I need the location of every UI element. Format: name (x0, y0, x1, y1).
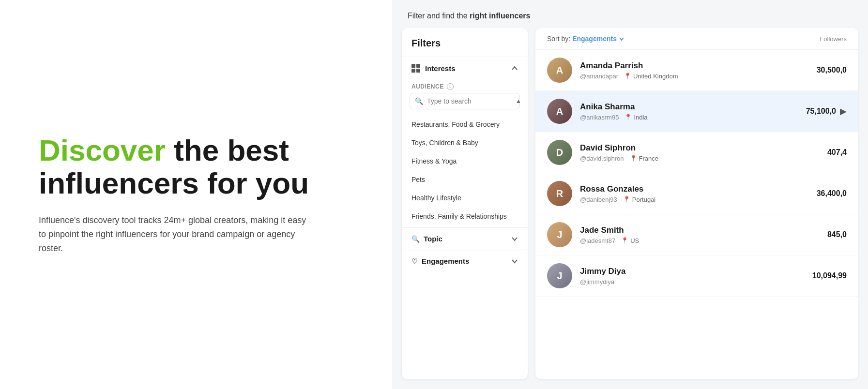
topic-left: 🔍 Topic (411, 235, 442, 243)
info-icon: i (447, 83, 454, 90)
left-panel: Discover the best influencers for you In… (0, 0, 392, 389)
topic-section[interactable]: 🔍 Topic (402, 227, 528, 250)
filters-title: Filters (402, 38, 528, 57)
interest-item[interactable]: Fitness & Yoga (402, 152, 528, 170)
chevron-down-icon (511, 236, 518, 242)
interest-item[interactable]: Healthy Lifestyle (402, 189, 528, 207)
influencer-list: Sort by: Engagements Followers AAmanda P… (535, 28, 858, 379)
influencer-row[interactable]: RRossa Gonzales@danibenj93📍Portugal36,40… (535, 173, 858, 214)
filters-panel: Filters Interests (402, 28, 528, 379)
avatar: D (547, 140, 572, 165)
location-text: US (630, 237, 639, 244)
interests-dropdown-list: Restaurants, Food & GroceryToys, Childre… (402, 113, 528, 227)
influencer-handle: @david.siphron (580, 155, 624, 162)
topic-search-icon: 🔍 (411, 235, 420, 243)
location-text: India (634, 114, 647, 121)
avatar: J (547, 222, 572, 247)
followers-label: Followers (820, 35, 847, 43)
influencer-rows: AAmanda Parrish@amandapar📍United Kingdom… (535, 50, 858, 379)
influencer-location: 📍India (624, 114, 647, 121)
influencer-handle: @amandapar (580, 73, 618, 80)
list-header: Sort by: Engagements Followers (535, 28, 858, 50)
influencer-name: Amanda Parrish (580, 61, 803, 71)
sort-by: Sort by: Engagements (547, 35, 624, 43)
influencer-name: Rossa Gonzales (580, 184, 803, 194)
interests-search-input[interactable] (427, 97, 512, 105)
interests-header[interactable]: Interests (402, 57, 528, 79)
followers-count: 30,500,0 (803, 66, 847, 75)
avatar: J (547, 263, 572, 288)
topbar-text: Filter and find the (408, 12, 470, 20)
top-bar: Filter and find the right influencers (392, 0, 868, 28)
influencer-location: 📍France (630, 155, 658, 162)
topbar-bold: right influencers (470, 12, 530, 20)
right-panel: Filter and find the right influencers Fi… (392, 0, 868, 389)
engagements-left: ♡ Engagements (411, 257, 469, 265)
influencer-meta: @danibenj93📍Portugal (580, 196, 803, 203)
pin-icon: 📍 (624, 73, 631, 79)
influencer-meta: @david.siphron📍France (580, 155, 803, 162)
search-collapse-icon[interactable]: ▲ (516, 98, 521, 105)
chevron-down-icon (511, 258, 518, 265)
followers-count: 407,4 (803, 148, 847, 157)
grid-icon-cell (411, 69, 415, 73)
interest-item[interactable]: Restaurants, Food & Grocery (402, 115, 528, 134)
search-icon: 🔍 (415, 97, 423, 105)
avatar: R (547, 181, 572, 206)
pin-icon: 📍 (621, 237, 628, 244)
influencer-info: Anika Sharma@anikasrm95📍India (580, 102, 792, 121)
influencer-meta: @amandapar📍United Kingdom (580, 73, 803, 80)
interests-label: Interests (425, 64, 456, 73)
followers-count: 75,100,0 (792, 107, 836, 116)
avatar: A (547, 99, 572, 124)
audience-text: AUDIENCE (411, 83, 444, 90)
interests-section: Interests AUDIENCE i 🔍 ▲ (402, 57, 528, 227)
interest-item[interactable]: Toys, Children & Baby (402, 134, 528, 152)
interest-item[interactable]: Pets (402, 170, 528, 189)
influencer-meta: @jimmydiya (580, 278, 803, 285)
influencer-meta: @anikasrm95📍India (580, 114, 792, 121)
hero-subtitle: Influence's discovery tool tracks 24m+ g… (39, 213, 310, 255)
sort-by-label: Sort by: (547, 35, 570, 43)
pin-icon: 📍 (624, 114, 632, 120)
content-area: Filters Interests (392, 28, 868, 389)
pin-icon: 📍 (630, 155, 637, 162)
avatar: A (547, 58, 572, 83)
influencer-row[interactable]: JJimmy Diya@jimmydiya10,094,99 (535, 255, 858, 297)
location-text: United Kingdom (633, 73, 678, 80)
influencer-name: Jade Smith (580, 225, 803, 235)
influencer-info: Jimmy Diya@jimmydiya (580, 267, 803, 285)
influencer-handle: @jadesmt87 (580, 237, 615, 244)
interests-header-left: Interests (411, 64, 456, 73)
followers-count: 845,0 (803, 230, 847, 239)
influencer-row[interactable]: AAmanda Parrish@amandapar📍United Kingdom… (535, 50, 858, 91)
influencer-handle: @danibenj93 (580, 196, 617, 203)
influencer-info: Amanda Parrish@amandapar📍United Kingdom (580, 61, 803, 80)
interests-search-box[interactable]: 🔍 ▲ (410, 93, 520, 109)
cursor-indicator: ▶ (840, 106, 847, 117)
influencer-info: David Siphron@david.siphron📍France (580, 143, 803, 162)
influencer-location: 📍US (621, 237, 639, 244)
location-text: Portugal (632, 196, 655, 203)
engagements-section[interactable]: ♡ Engagements (402, 250, 528, 272)
grid-icon (411, 64, 420, 73)
interest-item[interactable]: Friends, Family & Relationships (402, 207, 528, 225)
sort-by-value[interactable]: Engagements (572, 35, 624, 43)
influencer-location: 📍Portugal (623, 196, 655, 203)
pin-icon: 📍 (623, 196, 630, 203)
audience-label: AUDIENCE i (402, 79, 528, 93)
influencer-row[interactable]: DDavid Siphron@david.siphron📍France407,4 (535, 132, 858, 173)
influencer-info: Jade Smith@jadesmt87📍US (580, 225, 803, 244)
influencer-location: 📍United Kingdom (624, 73, 678, 80)
influencer-row[interactable]: JJade Smith@jadesmt87📍US845,0 (535, 214, 858, 255)
influencer-info: Rossa Gonzales@danibenj93📍Portugal (580, 184, 803, 203)
followers-count: 36,400,0 (803, 189, 847, 198)
hero-title: Discover the best influencers for you (39, 134, 353, 200)
influencer-meta: @jadesmt87📍US (580, 237, 803, 244)
influencer-row[interactable]: AAnika Sharma@anikasrm95📍India75,100,0▶ (535, 91, 858, 132)
hero-title-green: Discover (39, 134, 166, 167)
influencer-name: Anika Sharma (580, 102, 792, 112)
location-text: France (639, 155, 658, 162)
influencer-handle: @anikasrm95 (580, 114, 619, 121)
grid-icon-cell (416, 64, 420, 68)
